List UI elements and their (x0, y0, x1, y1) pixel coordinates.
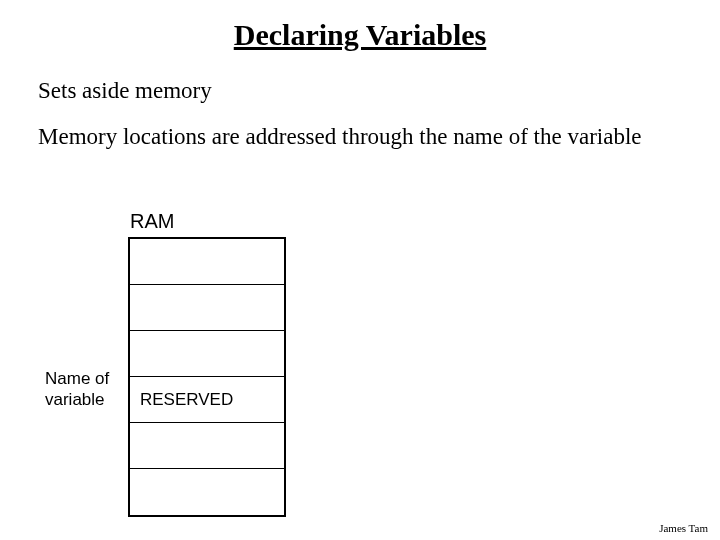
slide-title: Declaring Variables (0, 18, 720, 52)
footer-author: James Tam (659, 522, 708, 534)
slide: Declaring Variables Sets aside memory Me… (0, 0, 720, 540)
ram-diagram: RAM RESERVED (128, 210, 286, 517)
ram-heading: RAM (130, 210, 286, 233)
ram-cell (130, 331, 284, 377)
bullet-2: Memory locations are addressed through t… (38, 124, 678, 150)
ram-box: RESERVED (128, 237, 286, 517)
ram-cell (130, 469, 284, 515)
ram-cell (130, 239, 284, 285)
ram-cell (130, 423, 284, 469)
ram-cell-reserved: RESERVED (130, 377, 284, 423)
variable-name-label: Name of variable (45, 368, 120, 411)
bullet-list: Sets aside memory Memory locations are a… (38, 78, 678, 170)
ram-cell (130, 285, 284, 331)
bullet-1: Sets aside memory (38, 78, 678, 104)
